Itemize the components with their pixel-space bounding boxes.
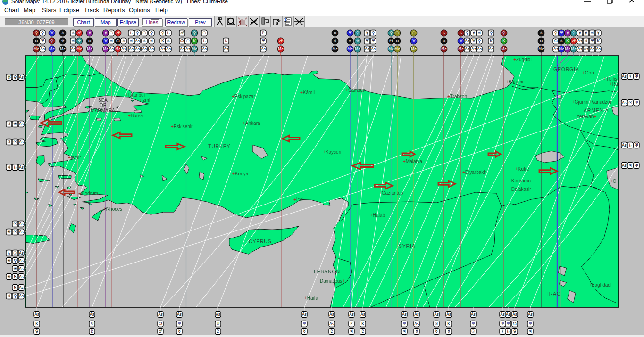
svg-text:+Batumi: +Batumi [506, 79, 523, 84]
svg-text:As: As [302, 312, 307, 317]
svg-text:♄: ♄ [13, 165, 17, 170]
svg-text:♀: ♀ [478, 39, 481, 43]
btn-redraw[interactable]: Redraw [165, 18, 187, 26]
svg-text:Mc: Mc [538, 47, 544, 51]
svg-text:As: As [19, 275, 24, 279]
svg-text:SEA: SEA [98, 98, 108, 103]
svg-text:As: As [71, 47, 75, 51]
svg-text:+Vanadzor: +Vanadzor [589, 99, 612, 105]
svg-text:☿: ☿ [303, 329, 306, 334]
svg-text:☉: ☉ [186, 39, 190, 43]
svg-text:+Malatya: +Malatya [403, 159, 422, 164]
svg-text:♅: ♅ [41, 39, 44, 43]
svg-text:♅: ♅ [459, 39, 463, 43]
svg-text:♇: ♇ [361, 329, 365, 334]
svg-text:✳: ✳ [7, 258, 11, 263]
btn-lines[interactable]: Lines [142, 18, 162, 26]
svg-text:As: As [19, 165, 24, 170]
svg-text:☿: ☿ [366, 31, 368, 35]
svg-text:♀: ♀ [41, 31, 44, 35]
svg-text:♅: ♅ [506, 321, 510, 326]
svg-text:Mc: Mc [60, 47, 65, 51]
svg-text:☿: ☿ [104, 31, 107, 35]
svg-text:As: As [19, 122, 24, 126]
svg-text:+Kerburan: +Kerburan [509, 178, 531, 183]
title-bar: Solar Maps: 14.12.2016 Ikizler Burcunda … [0, 0, 644, 5]
menu-help[interactable]: Help [155, 7, 168, 14]
svg-text:+Baghdad: +Baghdad [589, 282, 611, 288]
menu-options[interactable]: Options [129, 7, 150, 14]
svg-text:⊗: ⊗ [88, 39, 92, 43]
svg-text:As: As [577, 47, 582, 51]
svg-text:♅: ♅ [50, 31, 54, 35]
svg-text:☉: ☉ [471, 329, 475, 334]
svg-text:+Bursa: +Bursa [128, 113, 143, 118]
svg-text:As: As [129, 47, 134, 51]
svg-text:As: As [142, 47, 147, 51]
svg-text:As: As [180, 47, 184, 51]
svg-text:♃: ♃ [7, 122, 11, 126]
svg-text:As: As [329, 322, 334, 326]
svg-text:♀: ♀ [14, 294, 17, 298]
svg-text:+Trabzon: +Trabzon [447, 94, 467, 99]
svg-text:+Gaziantep: +Gaziantep [379, 190, 403, 196]
menu-stars[interactable]: Stars [42, 7, 56, 14]
svg-text:As: As [202, 47, 207, 51]
svg-text:♅: ♅ [216, 321, 220, 326]
svg-text:♀: ♀ [35, 31, 38, 35]
svg-text:As: As [622, 74, 627, 79]
svg-text:+Halab: +Halab [370, 213, 385, 218]
svg-text:As: As [434, 312, 439, 317]
menu-reports[interactable]: Reports [103, 7, 125, 14]
svg-text:As: As [19, 222, 24, 226]
svg-text:♇: ♇ [90, 329, 94, 334]
svg-text:♀: ♀ [161, 31, 165, 35]
svg-text:♀: ♀ [572, 31, 576, 35]
svg-text:+Samsun: +Samsun [345, 88, 366, 93]
svg-text:☋: ☋ [389, 39, 393, 43]
svg-text:✳: ✳ [501, 329, 504, 334]
svg-text:As: As [158, 312, 163, 317]
svg-text:✳: ✳ [7, 230, 11, 234]
svg-text:♅: ♅ [402, 321, 406, 326]
svg-text:TURKEY: TURKEY [208, 143, 230, 149]
svg-text:☉: ☉ [13, 140, 17, 144]
menu-eclipse[interactable]: Eclipse [59, 7, 79, 14]
svg-text:♅: ♅ [302, 321, 306, 326]
btn-eclipse[interactable]: Eclipse [117, 18, 139, 26]
svg-text:As: As [577, 39, 582, 43]
btn-map[interactable]: Map [95, 18, 117, 26]
svg-text:✳: ✳ [628, 74, 632, 79]
svg-text:Mc: Mc [565, 47, 570, 51]
svg-text:☉: ☉ [13, 230, 17, 234]
svg-text:♅: ♅ [635, 163, 638, 168]
svg-text:✳: ✳ [61, 31, 65, 35]
btn-prev[interactable]: Prev [189, 18, 212, 26]
svg-text:♃: ♃ [628, 163, 632, 168]
menu-track[interactable]: Track [84, 7, 99, 14]
svg-text:As: As [477, 47, 482, 51]
svg-text:♃: ♃ [590, 31, 594, 35]
svg-text:As: As [177, 312, 182, 317]
menu-map[interactable]: Map [24, 7, 35, 14]
svg-text:+Bodrum: +Bodrum [79, 191, 98, 196]
svg-text:+Diyarbakir: +Diyarbakir [462, 170, 487, 175]
svg-text:♄: ♄ [442, 31, 446, 35]
svg-text:IRAQ: IRAQ [547, 291, 561, 296]
svg-text:+Ankara: +Ankara [243, 121, 260, 126]
svg-text:+Rhodes: +Rhodes [103, 206, 122, 212]
svg-text:♂: ♂ [572, 39, 576, 43]
btn-chart[interactable]: Chart [73, 18, 94, 26]
svg-text:As: As [135, 39, 140, 43]
svg-text:♄: ♄ [129, 31, 133, 35]
svg-text:As: As [19, 267, 24, 271]
svg-text:♂: ♂ [279, 39, 283, 43]
svg-text:As: As [19, 140, 24, 144]
svg-text:GEORGIA: GEORGIA [553, 66, 579, 72]
map-root: +Zugdidi GEORGIA +Gori +Tbilis +Ru +Batu… [0, 27, 644, 337]
svg-text:As: As [446, 312, 451, 317]
svg-text:♃: ♃ [333, 39, 337, 43]
svg-text:♅: ♅ [348, 31, 352, 35]
menu-chart[interactable]: Chart [4, 7, 19, 14]
svg-text:Mc: Mc [355, 47, 360, 51]
